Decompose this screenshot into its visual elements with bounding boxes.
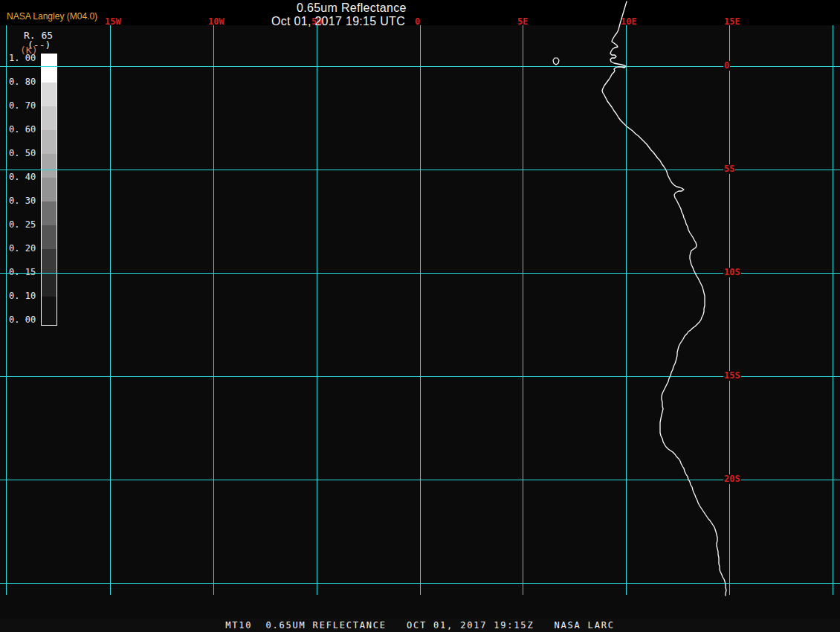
island-outline xyxy=(553,58,559,65)
page-subtitle-datetime: Oct 01, 2017 19:15 UTC xyxy=(271,15,405,28)
page-title: 0.65um Reflectance xyxy=(297,1,407,15)
caption-bar: MT10 0.65UM REFLECTANCE OCT 01, 2017 19:… xyxy=(0,619,840,632)
nasa-credit-label: NASA Langley (M04.0) xyxy=(7,11,97,22)
africa-west-coastline xyxy=(602,1,726,596)
caption-text: MT10 0.65UM REFLECTANCE OCT 01, 2017 19:… xyxy=(225,620,614,631)
reflectance-map-view: R. 65 (--) (K) 1. 000. 800. 700. 600. 50… xyxy=(0,0,840,632)
coastline-overlay xyxy=(0,0,840,632)
